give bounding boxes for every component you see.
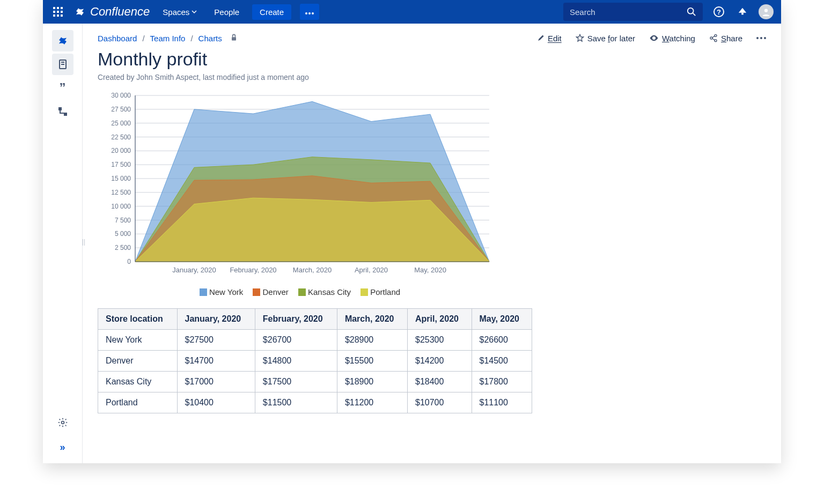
page-content: Edit Save for later Watching Share (83, 24, 781, 463)
svg-rect-1 (57, 7, 59, 9)
breadcrumb-dashboard[interactable]: Dashboard (98, 34, 137, 43)
svg-text:?: ? (717, 8, 721, 16)
svg-rect-3 (53, 11, 55, 13)
profit-table: Store location January, 2020 February, 2… (98, 308, 532, 413)
svg-text:March, 2020: March, 2020 (293, 266, 332, 274)
svg-text:15 000: 15 000 (111, 175, 131, 182)
svg-point-10 (308, 12, 311, 14)
table-row: Kansas City$17000$17500$18900$18400$1780… (98, 372, 532, 392)
legend-swatch-dv (253, 288, 260, 296)
table-cell: $17000 (177, 372, 255, 392)
topbar: Confluence Spaces People Create ? (43, 0, 781, 24)
table-cell: $25300 (408, 330, 472, 351)
watching-action[interactable]: Watching (649, 33, 695, 43)
rail-drag-handle[interactable]: || (82, 238, 85, 246)
rail-confluence-icon[interactable] (52, 30, 73, 51)
breadcrumb-sep: / (142, 34, 144, 43)
svg-line-13 (693, 13, 696, 16)
nav-people[interactable]: People (210, 8, 244, 17)
chart-legend: New York Denver Kansas City Portland (98, 287, 495, 297)
svg-rect-8 (61, 14, 63, 17)
svg-rect-32 (232, 37, 236, 40)
table-cell: $18400 (408, 372, 472, 392)
rail-expand-icon[interactable]: » (52, 436, 73, 458)
svg-point-9 (305, 12, 307, 14)
notifications-icon[interactable] (735, 4, 750, 19)
legend-swatch-kc (298, 288, 306, 296)
create-more-button[interactable] (300, 4, 319, 20)
share-action[interactable]: Share (709, 34, 742, 43)
eye-icon (649, 33, 659, 43)
table-cell: $11200 (337, 392, 407, 413)
rail-tree-icon[interactable] (52, 101, 73, 122)
product-name: Confluence (90, 5, 150, 19)
page-byline: Created by John Smith Aspect, last modif… (98, 73, 766, 81)
table-body: New York$27500$26700$28900$25300$26600De… (98, 330, 532, 413)
svg-rect-21 (58, 107, 62, 110)
legend-label-dv: Denver (262, 287, 288, 297)
svg-text:5 000: 5 000 (115, 230, 131, 238)
legend-label-kc: Kansas City (308, 287, 351, 297)
rail-pages-icon[interactable] (52, 54, 73, 75)
th-feb: February, 2020 (255, 309, 337, 330)
svg-point-25 (715, 34, 717, 36)
breadcrumb-team-info[interactable]: Team Info (150, 34, 186, 43)
svg-rect-7 (57, 14, 59, 17)
table-cell: $14800 (255, 351, 337, 372)
ellipsis-icon (305, 12, 314, 14)
legend-swatch-ny (200, 288, 207, 296)
apps-grid-icon[interactable] (50, 4, 65, 19)
product-logo[interactable]: Confluence (74, 5, 150, 19)
table-cell: $10400 (177, 392, 255, 413)
create-button[interactable]: Create (252, 4, 291, 20)
svg-rect-0 (53, 7, 55, 9)
svg-text:17 500: 17 500 (111, 161, 131, 168)
user-avatar[interactable] (759, 4, 774, 19)
rail-settings-icon[interactable] (52, 412, 73, 433)
svg-text:2 500: 2 500 (115, 244, 131, 251)
lock-icon[interactable] (230, 33, 238, 43)
svg-point-26 (715, 40, 717, 42)
watching-label: Watching (662, 34, 695, 43)
table-cell: $15500 (337, 351, 407, 372)
chevron-down-icon (192, 9, 197, 14)
help-icon[interactable]: ? (711, 4, 726, 19)
svg-text:10 000: 10 000 (111, 203, 131, 210)
search-input[interactable] (570, 8, 687, 17)
area-chart-svg: 02 5005 0007 50010 00012 50015 00017 500… (98, 90, 495, 283)
svg-point-11 (312, 12, 314, 14)
table-cell: $11100 (472, 392, 532, 413)
svg-text:30 000: 30 000 (111, 92, 131, 99)
page-actions: Edit Save for later Watching Share (537, 33, 766, 43)
table-cell: New York (98, 330, 178, 351)
svg-text:April, 2020: April, 2020 (355, 266, 388, 274)
legend-label-ny: New York (209, 287, 243, 297)
table-cell: Denver (98, 351, 178, 372)
edit-action[interactable]: Edit (537, 34, 562, 43)
svg-point-31 (764, 37, 766, 39)
rail-quote-icon[interactable]: ” (52, 77, 73, 99)
nav-spaces-label: Spaces (163, 8, 189, 17)
svg-point-24 (710, 37, 712, 39)
search-box[interactable] (563, 3, 703, 21)
svg-point-29 (756, 37, 759, 39)
svg-rect-16 (741, 13, 744, 15)
nav-spaces[interactable]: Spaces (158, 8, 201, 17)
breadcrumb-charts[interactable]: Charts (198, 34, 222, 43)
svg-rect-4 (57, 11, 59, 13)
th-location: Store location (98, 309, 178, 330)
th-jan: January, 2020 (177, 309, 255, 330)
save-later-action[interactable]: Save for later (576, 34, 635, 43)
svg-point-17 (764, 9, 768, 12)
ellipsis-icon (756, 37, 766, 39)
breadcrumbs: Dashboard / Team Info / Charts (98, 33, 537, 43)
breadcrumb-sep: / (190, 34, 193, 43)
svg-text:0: 0 (127, 258, 131, 265)
table-row: New York$27500$26700$28900$25300$26600 (98, 330, 532, 351)
svg-text:25 000: 25 000 (111, 120, 131, 127)
svg-line-27 (712, 36, 715, 38)
table-cell: $28900 (337, 330, 407, 351)
search-icon (687, 7, 696, 17)
more-actions[interactable] (756, 37, 766, 39)
star-icon (576, 34, 584, 42)
